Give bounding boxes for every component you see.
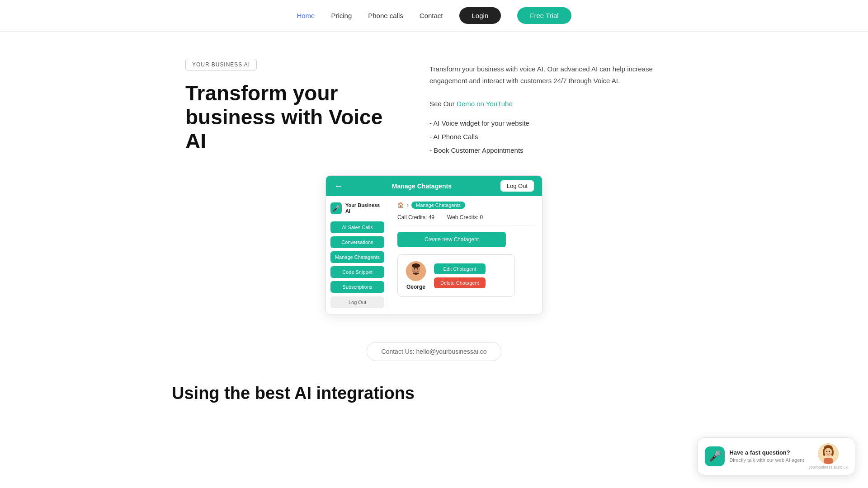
sidebar-ai-sales-calls[interactable]: AI Sales Calls (330, 221, 384, 233)
card-name: George (406, 284, 425, 290)
app-body: 🎤 Your Business AI AI Sales Calls Conver… (326, 196, 542, 314)
breadcrumb-chip: Manage Chatagents (411, 202, 465, 209)
sidebar-code-snippet[interactable]: Code Snippet (330, 266, 384, 278)
call-credits: Call Credits: 49 (397, 214, 434, 221)
sidebar-conversations[interactable]: Conversations (330, 236, 384, 248)
app-topbar: ← Manage Chatagents Log Out (326, 176, 542, 196)
feature-1: - AI Voice widget for your website (429, 117, 683, 130)
card-avatar (406, 261, 426, 281)
free-trial-button[interactable]: Free Trial (517, 7, 571, 24)
app-topbar-logout-button[interactable]: Log Out (500, 180, 534, 192)
brand-icon: 🎤 (330, 202, 342, 214)
svg-point-4 (417, 268, 418, 270)
svg-point-6 (412, 263, 420, 268)
hero-left: YOUR BUSINESS AI Transform your business… (185, 59, 393, 153)
nav-phone-calls[interactable]: Phone calls (368, 12, 403, 19)
card-left: George (406, 261, 426, 290)
app-screenshot: ← Manage Chatagents Log Out 🎤 Your Busin… (271, 175, 597, 315)
hero-description: Transform your business with voice AI. O… (429, 63, 683, 109)
contact-strip: Contact Us: hello@yourbusinessai.co (0, 333, 868, 375)
integrations-title: Using the best AI integrations (172, 384, 696, 403)
integrations-section: Using the best AI integrations (118, 375, 750, 421)
brand-name: Your Business AI (345, 202, 384, 214)
nav-contact[interactable]: Contact (420, 12, 443, 19)
edit-chatagent-button[interactable]: Edit Chatagent (434, 263, 486, 274)
app-window: ← Manage Chatagents Log Out 🎤 Your Busin… (326, 175, 542, 315)
feature-3: - Book Customer Appointments (429, 144, 683, 157)
web-credits: Web Credits: 0 (447, 214, 483, 221)
hero-right: Transform your business with voice AI. O… (429, 59, 683, 157)
breadcrumb-separator: › (407, 202, 409, 208)
sidebar-logout-button[interactable]: Log Out (330, 296, 384, 308)
sidebar-manage-chatagents[interactable]: Manage Chatagents (330, 251, 384, 263)
hero-features: - AI Voice widget for your website - AI … (429, 117, 683, 157)
nav-pricing[interactable]: Pricing (331, 12, 352, 19)
login-button[interactable]: Login (459, 7, 501, 24)
delete-chatagent-button[interactable]: Delete Chatagent (434, 277, 486, 288)
app-sidebar: 🎤 Your Business AI AI Sales Calls Conver… (326, 196, 389, 314)
svg-point-5 (415, 270, 416, 271)
breadcrumb-home-icon[interactable]: 🏠 (397, 202, 404, 208)
back-icon[interactable]: ← (334, 181, 343, 191)
contact-email: Contact Us: hello@yourbusinessai.co (367, 342, 502, 361)
card-actions: Edit Chatagent Delete Chatagent (434, 263, 486, 288)
app-topbar-title: Manage Chatagents (392, 183, 452, 190)
svg-point-3 (414, 268, 415, 270)
app-card: George Edit Chatagent Delete Chatagent (397, 254, 515, 297)
app-main: 🏠 › Manage Chatagents Call Credits: 49 W… (389, 196, 542, 314)
nav-home[interactable]: Home (297, 12, 315, 19)
app-breadcrumb: 🏠 › Manage Chatagents (397, 202, 534, 209)
app-sidebar-brand: 🎤 Your Business AI (330, 202, 384, 214)
demo-link[interactable]: Demo on YouTube (457, 100, 513, 108)
hero-section: YOUR BUSINESS AI Transform your business… (118, 32, 750, 175)
create-chatagent-button[interactable]: Create new Chatagent (397, 232, 506, 247)
hero-badge: YOUR BUSINESS AI (185, 59, 257, 70)
sidebar-subscriptions[interactable]: Subscriptions (330, 281, 384, 293)
navbar: Home Pricing Phone calls Contact Login F… (0, 0, 868, 32)
app-credits: Call Credits: 49 Web Credits: 0 (397, 214, 534, 225)
hero-title: Transform your business with Voice AI (185, 81, 393, 153)
feature-2: - AI Phone Calls (429, 130, 683, 144)
